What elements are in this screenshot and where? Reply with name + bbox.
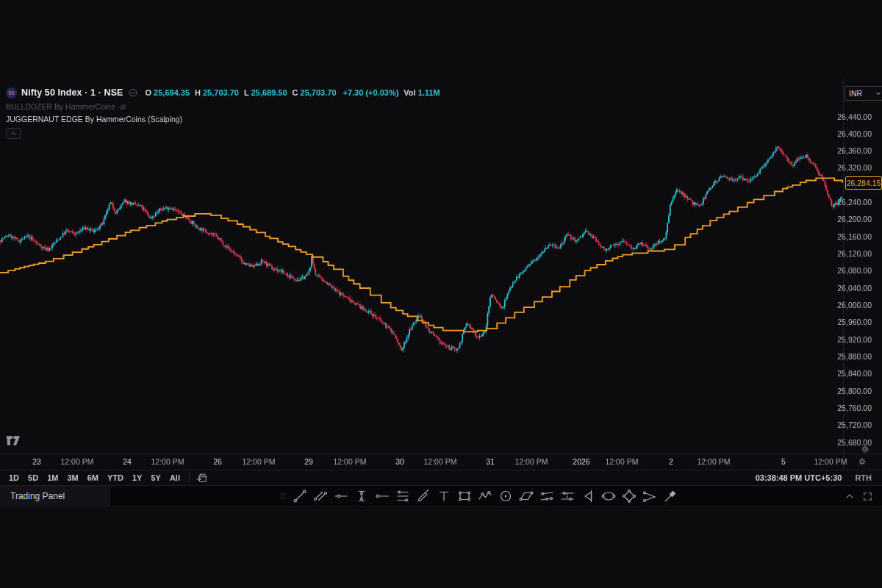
- time-tick: 2: [669, 457, 673, 466]
- fullscreen-icon[interactable]: [862, 491, 873, 502]
- legend-collapse-button[interactable]: [6, 128, 21, 139]
- volume-value: 1.11M: [418, 88, 440, 97]
- range-toolbar: 1D5D1M3M6MYTD1Y5YAll 03:38:48 PM UTC+5:3…: [0, 470, 882, 485]
- range-button-3m[interactable]: 3M: [62, 472, 82, 484]
- price-tick: 25,960.00: [837, 318, 872, 326]
- indicator-name-juggernaut[interactable]: JUGGERNAUT EDGE By HammerCoins (Scalping…: [6, 115, 182, 123]
- range-button-all[interactable]: All: [165, 472, 184, 484]
- text-tool-icon[interactable]: [434, 487, 453, 505]
- time-tick: 24: [123, 457, 132, 466]
- time-tick: 5: [781, 457, 786, 466]
- price-scale-settings-gear-icon[interactable]: [860, 444, 870, 454]
- volume-label: Vol: [404, 88, 415, 97]
- price-tick: 25,720.00: [837, 420, 872, 429]
- brush-tool-icon[interactable]: [414, 487, 432, 505]
- range-button-6m[interactable]: 6M: [83, 472, 103, 484]
- zigzag-tool-icon[interactable]: [476, 487, 494, 505]
- fib-channel-tool-icon[interactable]: [537, 487, 556, 505]
- horizontal-line-tool-icon[interactable]: [331, 487, 350, 505]
- time-tick: 12:00 PM: [61, 457, 94, 466]
- high-label: H: [195, 88, 201, 97]
- drawing-tools-bar: [278, 486, 679, 506]
- triangle-left-tool-icon[interactable]: [578, 487, 597, 505]
- price-tick: 25,760.00: [837, 404, 872, 412]
- trend-based-fib-tool-icon[interactable]: [558, 487, 576, 505]
- time-tick: 26: [213, 457, 222, 466]
- ohlc-values: O 25,694.35 H 25,703.70 L 25,689.50 C 25…: [146, 88, 443, 97]
- angle-tool-icon[interactable]: [640, 487, 659, 505]
- indicator-last-value-label: 26,284.15: [845, 176, 882, 190]
- market-status-icon[interactable]: [128, 87, 138, 98]
- price-tick: 26,160.00: [837, 232, 872, 241]
- range-button-5d[interactable]: 5D: [24, 472, 43, 484]
- low-label: L: [244, 88, 249, 97]
- rotated-rectangle-tool-icon[interactable]: [620, 487, 638, 505]
- low-value: 25,689.50: [251, 88, 287, 97]
- range-button-1d[interactable]: 1D: [4, 472, 24, 484]
- time-tick: 12:00 PM: [698, 457, 731, 466]
- indicator-name-bulldozer[interactable]: BULLDOZER By HammerCoins: [6, 102, 115, 111]
- trend-line-tool-icon[interactable]: [290, 487, 309, 505]
- go-to-date-icon[interactable]: [196, 472, 208, 484]
- price-tick: 25,800.00: [837, 387, 872, 395]
- time-tick: 30: [395, 457, 404, 466]
- time-tick: 29: [304, 457, 313, 466]
- range-button-5y[interactable]: 5Y: [146, 472, 165, 484]
- open-value: 25,694.35: [154, 88, 190, 97]
- range-buttons: 1D5D1M3M6MYTD1Y5YAll: [4, 472, 184, 484]
- time-axis-settings-gear-icon[interactable]: [857, 456, 867, 467]
- trading-panel-label: Trading Panel: [10, 491, 65, 501]
- tradingview-logo[interactable]: [6, 435, 21, 446]
- price-tick: 26,320.00: [837, 163, 872, 172]
- parallelogram-tool-icon[interactable]: [517, 487, 535, 505]
- time-tick: 12:00 PM: [334, 457, 367, 466]
- price-tick: 26,440.00: [837, 112, 872, 121]
- price-tick: 26,240.00: [837, 198, 872, 207]
- price-tick: 25,840.00: [837, 369, 872, 378]
- price-range-tool-icon[interactable]: [352, 487, 370, 505]
- chart-legend: 50 Nifty 50 Index · 1 · NSE O 25,694.35 …: [6, 87, 443, 139]
- price-tick: 25,880.00: [837, 352, 872, 361]
- time-axis[interactable]: 2312:00 PM2412:00 PM2612:00 PM2912:00 PM…: [0, 454, 882, 470]
- price-axis[interactable]: INR 26,440.0026,400.0026,360.0026,320.00…: [844, 79, 882, 470]
- price-tick: 26,000.00: [837, 301, 872, 309]
- time-tick: 31: [486, 457, 495, 466]
- time-tick: 12:00 PM: [814, 457, 847, 466]
- symbol-logo: 50: [6, 87, 17, 98]
- range-button-ytd[interactable]: YTD: [103, 472, 128, 484]
- time-tick: 12:00 PM: [243, 457, 276, 466]
- eye-slash-icon[interactable]: [118, 102, 128, 112]
- panel-collapse-icon[interactable]: [845, 491, 855, 501]
- rectangle-tool-icon[interactable]: [455, 487, 473, 505]
- time-tick: 12:00 PM: [424, 457, 457, 466]
- time-tick: 12:00 PM: [151, 457, 184, 466]
- trading-chart-page: 50 Nifty 50 Index · 1 · NSE O 25,694.35 …: [0, 0, 882, 588]
- circle-tool-icon[interactable]: [496, 487, 514, 505]
- open-label: O: [146, 88, 152, 97]
- parallel-lines-tool-icon[interactable]: [311, 487, 329, 505]
- close-value: 25,703.70: [301, 88, 337, 97]
- price-tick: 26,200.00: [837, 215, 872, 223]
- fib-retracement-tool-icon[interactable]: [393, 487, 412, 505]
- close-label: C: [293, 88, 298, 97]
- bottom-bar: Trading Panel: [0, 486, 882, 506]
- range-divider: [189, 473, 190, 483]
- ellipse-tool-icon[interactable]: [599, 487, 617, 505]
- time-tick: 23: [32, 457, 41, 466]
- trading-panel-tab[interactable]: Trading Panel: [0, 486, 110, 506]
- session-badge[interactable]: RTH: [855, 473, 872, 482]
- change-value: +7.30 (+0.03%): [343, 88, 399, 97]
- currency-selector[interactable]: INR: [845, 86, 882, 101]
- horizontal-ray-tool-icon[interactable]: [373, 487, 391, 505]
- range-button-1m[interactable]: 1M: [43, 472, 62, 484]
- price-tick: 26,400.00: [837, 129, 872, 138]
- symbol-title[interactable]: Nifty 50 Index · 1 · NSE: [21, 87, 123, 98]
- clock[interactable]: 03:38:48 PM UTC+5:30: [756, 473, 842, 482]
- time-tick: 2026: [573, 457, 589, 466]
- eyedropper-tool-icon[interactable]: [661, 487, 679, 505]
- price-tick: 26,080.00: [837, 266, 872, 275]
- range-button-1y[interactable]: 1Y: [128, 472, 146, 484]
- drag-handle[interactable]: [278, 487, 288, 505]
- high-value: 25,703.70: [203, 88, 239, 97]
- time-tick: 12:00 PM: [515, 457, 548, 466]
